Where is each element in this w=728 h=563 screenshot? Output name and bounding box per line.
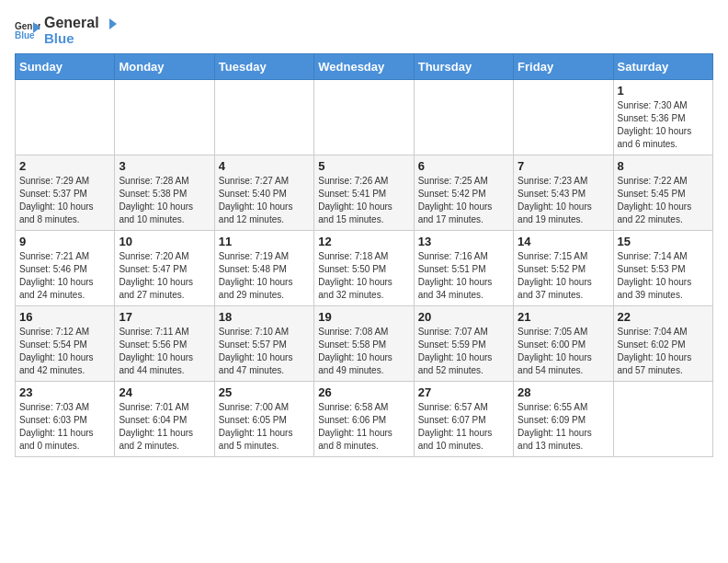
calendar-header-saturday: Saturday (613, 54, 712, 80)
day-number: 20 (418, 310, 509, 324)
day-info: Sunrise: 7:27 AMSunset: 5:40 PMDaylight:… (219, 175, 310, 226)
svg-text:Blue: Blue (15, 30, 35, 40)
day-number: 28 (518, 385, 609, 399)
day-info: Sunrise: 7:29 AMSunset: 5:37 PMDaylight:… (19, 175, 110, 226)
calendar-cell: 10Sunrise: 7:20 AMSunset: 5:47 PMDayligh… (115, 231, 214, 306)
calendar-header-row: SundayMondayTuesdayWednesdayThursdayFrid… (16, 54, 713, 80)
day-number: 8 (618, 159, 709, 173)
calendar-cell: 16Sunrise: 7:12 AMSunset: 5:54 PMDayligh… (16, 306, 115, 382)
day-number: 14 (518, 235, 609, 248)
calendar-cell: 9Sunrise: 7:21 AMSunset: 5:46 PMDaylight… (16, 231, 115, 306)
calendar-cell: 2Sunrise: 7:29 AMSunset: 5:37 PMDaylight… (16, 155, 115, 231)
logo-general: General (44, 15, 117, 31)
day-info: Sunrise: 7:07 AMSunset: 5:59 PMDaylight:… (418, 326, 509, 377)
day-info: Sunrise: 7:14 AMSunset: 5:53 PMDaylight:… (618, 250, 709, 302)
day-number: 6 (418, 159, 509, 173)
calendar-cell: 20Sunrise: 7:07 AMSunset: 5:59 PMDayligh… (414, 306, 513, 382)
svg-marker-3 (109, 18, 117, 29)
day-number: 23 (19, 385, 110, 399)
calendar-week-1: 1Sunrise: 7:30 AMSunset: 5:36 PMDaylight… (16, 80, 713, 155)
calendar-cell: 3Sunrise: 7:28 AMSunset: 5:38 PMDaylight… (115, 155, 214, 231)
day-info: Sunrise: 7:30 AMSunset: 5:36 PMDaylight:… (618, 99, 709, 151)
day-info: Sunrise: 7:00 AMSunset: 6:05 PMDaylight:… (219, 401, 310, 453)
day-number: 13 (418, 235, 509, 248)
header: General Blue General Blue (15, 15, 713, 46)
calendar-cell: 18Sunrise: 7:10 AMSunset: 5:57 PMDayligh… (214, 306, 313, 382)
day-number: 19 (318, 310, 409, 324)
day-info: Sunrise: 7:10 AMSunset: 5:57 PMDaylight:… (219, 326, 310, 377)
calendar-header-friday: Friday (514, 54, 613, 80)
day-number: 11 (219, 235, 310, 248)
calendar-cell: 4Sunrise: 7:27 AMSunset: 5:40 PMDaylight… (214, 155, 313, 231)
calendar-week-4: 16Sunrise: 7:12 AMSunset: 5:54 PMDayligh… (16, 306, 713, 382)
day-info: Sunrise: 6:58 AMSunset: 6:06 PMDaylight:… (318, 401, 409, 453)
day-info: Sunrise: 7:08 AMSunset: 5:58 PMDaylight:… (318, 326, 409, 377)
day-info: Sunrise: 6:57 AMSunset: 6:07 PMDaylight:… (418, 401, 509, 453)
calendar-cell (613, 382, 712, 457)
day-number: 3 (119, 159, 210, 173)
calendar-cell (115, 80, 214, 155)
calendar-cell: 13Sunrise: 7:16 AMSunset: 5:51 PMDayligh… (414, 231, 513, 306)
day-number: 21 (518, 310, 609, 324)
day-number: 5 (318, 159, 409, 173)
calendar-week-5: 23Sunrise: 7:03 AMSunset: 6:03 PMDayligh… (16, 382, 713, 457)
calendar-cell: 6Sunrise: 7:25 AMSunset: 5:42 PMDaylight… (414, 155, 513, 231)
calendar-week-2: 2Sunrise: 7:29 AMSunset: 5:37 PMDaylight… (16, 155, 713, 231)
calendar-cell (414, 80, 513, 155)
calendar-cell: 11Sunrise: 7:19 AMSunset: 5:48 PMDayligh… (214, 231, 313, 306)
calendar-cell: 14Sunrise: 7:15 AMSunset: 5:52 PMDayligh… (514, 231, 613, 306)
day-info: Sunrise: 6:55 AMSunset: 6:09 PMDaylight:… (518, 401, 609, 453)
calendar-cell: 25Sunrise: 7:00 AMSunset: 6:05 PMDayligh… (214, 382, 313, 457)
day-number: 7 (518, 159, 609, 173)
calendar-cell: 7Sunrise: 7:23 AMSunset: 5:43 PMDaylight… (514, 155, 613, 231)
day-number: 1 (618, 84, 709, 98)
calendar-cell: 17Sunrise: 7:11 AMSunset: 5:56 PMDayligh… (115, 306, 214, 382)
calendar-header-tuesday: Tuesday (214, 54, 313, 80)
day-info: Sunrise: 7:26 AMSunset: 5:41 PMDaylight:… (318, 175, 409, 226)
day-number: 17 (119, 310, 210, 324)
calendar-cell (314, 80, 414, 155)
calendar-cell (214, 80, 313, 155)
day-info: Sunrise: 7:23 AMSunset: 5:43 PMDaylight:… (518, 175, 609, 226)
day-number: 27 (418, 385, 509, 399)
day-number: 26 (318, 385, 409, 399)
calendar-cell: 28Sunrise: 6:55 AMSunset: 6:09 PMDayligh… (514, 382, 613, 457)
day-number: 12 (318, 235, 409, 248)
calendar-cell: 24Sunrise: 7:01 AMSunset: 6:04 PMDayligh… (115, 382, 214, 457)
day-info: Sunrise: 7:22 AMSunset: 5:45 PMDaylight:… (618, 175, 709, 226)
calendar-cell: 15Sunrise: 7:14 AMSunset: 5:53 PMDayligh… (613, 231, 712, 306)
day-number: 22 (618, 310, 709, 324)
calendar-cell: 8Sunrise: 7:22 AMSunset: 5:45 PMDaylight… (613, 155, 712, 231)
day-number: 15 (618, 235, 709, 248)
day-info: Sunrise: 7:25 AMSunset: 5:42 PMDaylight:… (418, 175, 509, 226)
logo-icon: General Blue (15, 20, 40, 40)
day-number: 16 (19, 310, 110, 324)
calendar-cell: 26Sunrise: 6:58 AMSunset: 6:06 PMDayligh… (314, 382, 414, 457)
logo-blue: Blue (44, 31, 117, 47)
day-info: Sunrise: 7:19 AMSunset: 5:48 PMDaylight:… (219, 250, 310, 302)
calendar-cell: 21Sunrise: 7:05 AMSunset: 6:00 PMDayligh… (514, 306, 613, 382)
day-info: Sunrise: 7:03 AMSunset: 6:03 PMDaylight:… (19, 401, 110, 453)
day-number: 24 (119, 385, 210, 399)
calendar-cell: 12Sunrise: 7:18 AMSunset: 5:50 PMDayligh… (314, 231, 414, 306)
day-number: 4 (219, 159, 310, 173)
day-info: Sunrise: 7:20 AMSunset: 5:47 PMDaylight:… (119, 250, 210, 302)
calendar-header-thursday: Thursday (414, 54, 513, 80)
day-info: Sunrise: 7:18 AMSunset: 5:50 PMDaylight:… (318, 250, 409, 302)
calendar-cell: 5Sunrise: 7:26 AMSunset: 5:41 PMDaylight… (314, 155, 414, 231)
calendar-cell (16, 80, 115, 155)
day-info: Sunrise: 7:21 AMSunset: 5:46 PMDaylight:… (19, 250, 110, 302)
calendar-header-monday: Monday (115, 54, 214, 80)
calendar-cell: 22Sunrise: 7:04 AMSunset: 6:02 PMDayligh… (613, 306, 712, 382)
day-info: Sunrise: 7:16 AMSunset: 5:51 PMDaylight:… (418, 250, 509, 302)
calendar-week-3: 9Sunrise: 7:21 AMSunset: 5:46 PMDaylight… (16, 231, 713, 306)
day-number: 2 (19, 159, 110, 173)
day-info: Sunrise: 7:11 AMSunset: 5:56 PMDaylight:… (119, 326, 210, 377)
day-number: 9 (19, 235, 110, 248)
day-info: Sunrise: 7:15 AMSunset: 5:52 PMDaylight:… (518, 250, 609, 302)
calendar-cell: 27Sunrise: 6:57 AMSunset: 6:07 PMDayligh… (414, 382, 513, 457)
calendar-table: SundayMondayTuesdayWednesdayThursdayFrid… (15, 53, 713, 457)
day-number: 18 (219, 310, 310, 324)
calendar-header-wednesday: Wednesday (314, 54, 414, 80)
calendar-header-sunday: Sunday (16, 54, 115, 80)
